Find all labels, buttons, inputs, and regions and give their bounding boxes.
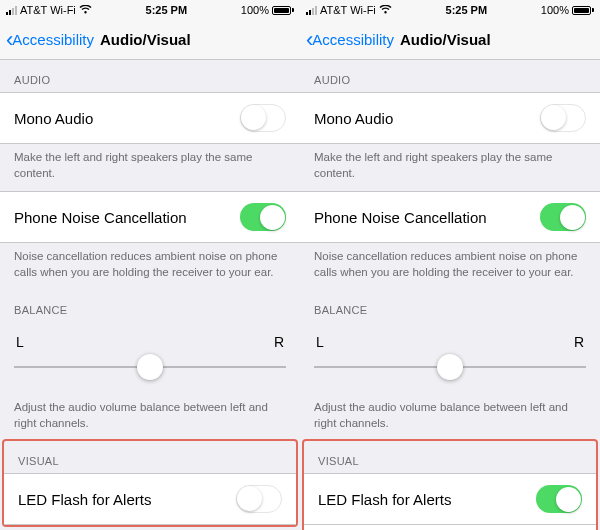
led-flash-label: LED Flash for Alerts xyxy=(18,491,151,508)
phone-noise-cancellation-row[interactable]: Phone Noise Cancellation xyxy=(300,191,600,243)
phone-noise-cancellation-switch[interactable] xyxy=(240,203,286,231)
back-button[interactable]: ‹ Accessibility xyxy=(306,29,394,51)
back-label: Accessibility xyxy=(12,31,94,48)
balance-footer: Adjust the audio volume balance between … xyxy=(0,394,300,441)
phone-noise-cancellation-row[interactable]: Phone Noise Cancellation xyxy=(0,191,300,243)
led-flash-switch[interactable] xyxy=(536,485,582,513)
balance-right-label: R xyxy=(574,334,584,350)
balance-section-header: BALANCE xyxy=(300,290,600,322)
status-bar: AT&T Wi-Fi 5:25 PM 100% xyxy=(300,0,600,20)
phone-noise-cancellation-footer: Noise cancellation reduces ambient noise… xyxy=(0,243,300,290)
back-label: Accessibility xyxy=(312,31,394,48)
balance-slider[interactable] xyxy=(314,352,586,382)
mono-audio-row[interactable]: Mono Audio xyxy=(300,92,600,144)
mono-audio-label: Mono Audio xyxy=(14,110,93,127)
slider-thumb-icon[interactable] xyxy=(437,354,463,380)
battery-icon xyxy=(272,6,294,15)
highlight-box: VISUAL LED Flash for Alerts Flash on Sil… xyxy=(304,441,596,530)
led-flash-label: LED Flash for Alerts xyxy=(318,491,451,508)
back-button[interactable]: ‹ Accessibility xyxy=(6,29,94,51)
balance-left-label: L xyxy=(16,334,24,350)
led-flash-switch[interactable] xyxy=(236,485,282,513)
mono-audio-switch[interactable] xyxy=(240,104,286,132)
flash-on-silent-row[interactable]: Flash on Silent xyxy=(304,525,596,530)
wifi-icon xyxy=(79,4,92,16)
right-screenshot: AT&T Wi-Fi 5:25 PM 100% ‹ Accessibility … xyxy=(300,0,600,530)
battery-percent: 100% xyxy=(541,4,569,16)
nav-bar: ‹ Accessibility Audio/Visual xyxy=(0,20,300,60)
page-title: Audio/Visual xyxy=(100,31,191,48)
slider-thumb-icon[interactable] xyxy=(137,354,163,380)
mono-audio-switch[interactable] xyxy=(540,104,586,132)
phone-noise-cancellation-label: Phone Noise Cancellation xyxy=(14,209,187,226)
status-bar: AT&T Wi-Fi 5:25 PM 100% xyxy=(0,0,300,20)
balance-left-label: L xyxy=(316,334,324,350)
phone-noise-cancellation-label: Phone Noise Cancellation xyxy=(314,209,487,226)
clock: 5:25 PM xyxy=(392,4,541,16)
balance-footer: Adjust the audio volume balance between … xyxy=(300,394,600,441)
battery-percent: 100% xyxy=(241,4,269,16)
left-screenshot: AT&T Wi-Fi 5:25 PM 100% ‹ Accessibility … xyxy=(0,0,300,530)
visual-section-header: VISUAL xyxy=(4,441,296,473)
mono-audio-footer: Make the left and right speakers play th… xyxy=(300,144,600,191)
page-title: Audio/Visual xyxy=(400,31,491,48)
carrier-label: AT&T Wi-Fi xyxy=(20,4,76,16)
balance-section-header: BALANCE xyxy=(0,290,300,322)
phone-noise-cancellation-footer: Noise cancellation reduces ambient noise… xyxy=(300,243,600,290)
mono-audio-footer: Make the left and right speakers play th… xyxy=(0,144,300,191)
nav-bar: ‹ Accessibility Audio/Visual xyxy=(300,20,600,60)
wifi-icon xyxy=(379,4,392,16)
battery-icon xyxy=(572,6,594,15)
signal-bars-icon xyxy=(6,6,17,15)
visual-section-header: VISUAL xyxy=(304,441,596,473)
audio-section-header: AUDIO xyxy=(300,60,600,92)
led-flash-row[interactable]: LED Flash for Alerts xyxy=(4,473,296,525)
signal-bars-icon xyxy=(306,6,317,15)
mono-audio-row[interactable]: Mono Audio xyxy=(0,92,300,144)
phone-noise-cancellation-switch[interactable] xyxy=(540,203,586,231)
led-flash-row[interactable]: LED Flash for Alerts xyxy=(304,473,596,525)
balance-slider[interactable] xyxy=(14,352,286,382)
carrier-label: AT&T Wi-Fi xyxy=(320,4,376,16)
audio-section-header: AUDIO xyxy=(0,60,300,92)
highlight-box: VISUAL LED Flash for Alerts xyxy=(4,441,296,525)
clock: 5:25 PM xyxy=(92,4,241,16)
balance-right-label: R xyxy=(274,334,284,350)
mono-audio-label: Mono Audio xyxy=(314,110,393,127)
